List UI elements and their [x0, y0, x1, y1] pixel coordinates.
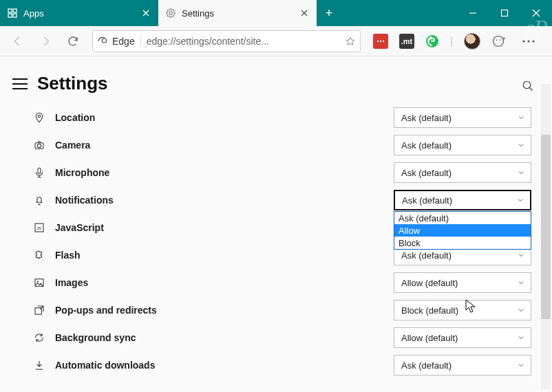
- permission-row-microphone: MicrophoneAsk (default): [30, 159, 531, 186]
- permission-label: Pop-ups and redirects: [55, 305, 394, 316]
- permission-row-location: LocationAsk (default): [30, 104, 531, 131]
- permission-dropdown[interactable]: Block (default): [394, 300, 531, 320]
- chevron-down-icon: [517, 113, 525, 122]
- permission-label: Location: [55, 112, 394, 123]
- new-tab-button[interactable]: +: [317, 0, 341, 26]
- extension-green-icon[interactable]: [425, 34, 439, 48]
- svg-point-16: [493, 36, 504, 46]
- permission-row-images: ImagesAllow (default): [30, 269, 531, 296]
- edge-brand: Edge: [97, 36, 141, 47]
- sync-icon: [30, 332, 48, 343]
- nav-refresh-button[interactable]: [61, 29, 85, 54]
- dropdown-value: Allow (default): [401, 333, 458, 343]
- svg-point-14: [383, 40, 384, 41]
- permission-dropdown[interactable]: Ask (default): [394, 355, 531, 375]
- settings-page: Settings LocationAsk (default)CameraAsk …: [0, 56, 552, 392]
- window-maximize-button[interactable]: [489, 0, 520, 26]
- address-bar[interactable]: Edge edge://settings/content/site...: [92, 30, 361, 52]
- face-icon[interactable]: [491, 34, 505, 48]
- browser-toolbar: Edge edge://settings/content/site... .mt…: [0, 26, 552, 56]
- chevron-down-icon: [517, 361, 525, 369]
- window-titlebar: Apps Settings + gP: [0, 0, 552, 26]
- tab-label: Apps: [23, 8, 135, 19]
- more-menu-button[interactable]: [516, 29, 541, 54]
- permission-dropdown[interactable]: Allow (default): [394, 272, 531, 293]
- permission-row-camera: CameraAsk (default): [30, 131, 531, 159]
- dropdown-value: Ask (default): [401, 168, 452, 178]
- microphone-icon: [30, 167, 48, 178]
- permission-dropdown[interactable]: Ask (default): [394, 135, 531, 155]
- permission-label: Flash: [55, 250, 394, 261]
- popup-icon: [30, 305, 48, 316]
- permissions-list: LocationAsk (default)CameraAsk (default)…: [0, 100, 552, 379]
- chevron-down-icon: [517, 279, 525, 287]
- window-close-button[interactable]: [520, 0, 552, 26]
- svg-point-12: [377, 40, 379, 41]
- svg-rect-1: [13, 9, 17, 12]
- close-icon[interactable]: [299, 8, 310, 19]
- close-icon[interactable]: [140, 8, 151, 19]
- chevron-down-icon: [517, 168, 525, 177]
- dropdown-value: Ask (default): [402, 195, 452, 206]
- extension-dark-icon[interactable]: .mt: [399, 34, 414, 49]
- page-title: Settings: [37, 73, 108, 94]
- page-header: Settings: [0, 56, 552, 100]
- hamburger-icon[interactable]: [12, 78, 28, 89]
- chevron-down-icon: [517, 251, 525, 259]
- search-icon[interactable]: [522, 80, 534, 92]
- permission-dropdown[interactable]: Ask (default): [394, 107, 531, 128]
- svg-rect-29: [38, 168, 41, 173]
- svg-point-13: [380, 40, 381, 41]
- svg-rect-3: [13, 14, 17, 17]
- svg-point-17: [496, 39, 498, 41]
- permission-dropdown[interactable]: Ask (default): [394, 162, 531, 183]
- permission-row-pop-ups-and-redirects: Pop-ups and redirectsBlock (default): [30, 296, 531, 324]
- permission-row-automatic-downloads: Automatic downloadsAsk (default): [30, 351, 531, 379]
- dropdown-value: Allow (default): [401, 278, 458, 288]
- permission-dropdown[interactable]: Ask (default): [394, 190, 531, 210]
- permission-label: Notifications: [55, 195, 394, 206]
- permission-label: Camera: [55, 140, 394, 151]
- dropdown-option[interactable]: Allow: [394, 224, 531, 237]
- edge-icon: [97, 36, 108, 47]
- dropdown-value: Ask (default): [401, 360, 452, 371]
- svg-rect-9: [502, 10, 508, 17]
- puzzle-icon: [30, 250, 48, 261]
- svg-point-23: [533, 40, 535, 42]
- chevron-down-icon: [517, 306, 525, 314]
- permission-label: JavaScript: [55, 222, 394, 233]
- svg-rect-2: [8, 14, 12, 17]
- dropdown-option[interactable]: Block: [394, 237, 531, 249]
- profile-avatar[interactable]: [464, 33, 480, 50]
- tab-label: Settings: [182, 8, 293, 19]
- dropdown-option[interactable]: Ask (default): [394, 212, 531, 224]
- image-icon: [30, 277, 48, 288]
- js-icon: JS: [30, 222, 48, 233]
- url-text: edge://settings/content/site...: [147, 36, 339, 47]
- permission-label: Background sync: [55, 332, 394, 343]
- favorite-icon[interactable]: [345, 36, 356, 47]
- dropdown-value: Ask (default): [401, 113, 452, 123]
- svg-line-25: [529, 87, 533, 91]
- download-icon: [30, 360, 48, 371]
- scrollbar-thumb[interactable]: [541, 135, 551, 319]
- permission-row-background-sync: Background syncAllow (default): [30, 324, 531, 351]
- extensions-area: .mt |: [373, 29, 541, 54]
- apps-icon: [7, 8, 18, 19]
- nav-back-button[interactable]: [6, 29, 30, 54]
- camera-icon: [30, 140, 48, 151]
- gear-icon: [165, 8, 176, 19]
- tab-settings[interactable]: Settings: [158, 0, 317, 26]
- dropdown-value: Ask (default): [401, 140, 452, 151]
- svg-point-28: [37, 144, 41, 147]
- plus-icon: +: [326, 6, 333, 21]
- nav-forward-button[interactable]: [33, 29, 58, 54]
- tab-apps[interactable]: Apps: [0, 0, 158, 26]
- window-minimize-button[interactable]: [457, 0, 489, 26]
- svg-point-24: [523, 81, 531, 89]
- extension-red-icon[interactable]: [373, 34, 388, 49]
- permission-label: Automatic downloads: [55, 360, 394, 371]
- svg-rect-0: [8, 9, 12, 12]
- permission-dropdown[interactable]: Allow (default): [394, 327, 531, 348]
- permission-row-notifications: NotificationsAsk (default)Ask (default)A…: [30, 186, 531, 214]
